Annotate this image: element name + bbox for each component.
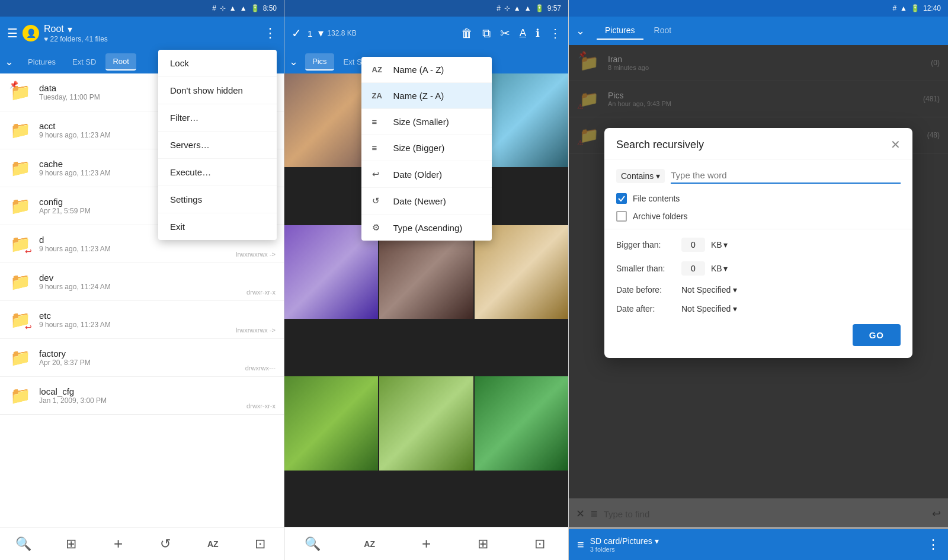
sort-label: Date (Newer) [393,196,446,206]
action-icons: 🗑 ⧉ ✂ A ℹ ⋮ [461,26,561,40]
add-button-1[interactable]: + [104,530,133,558]
grid-button-1[interactable]: ⊞ [57,530,85,558]
folder-icon: 📁 [8,119,32,142]
photo-cell[interactable] [284,376,378,470]
bigger-than-unit[interactable]: KB ▾ [711,240,728,249]
go-button[interactable]: GO [853,324,901,346]
rename-button[interactable]: A [520,27,526,39]
copy-button[interactable]: ⧉ [482,27,491,40]
tab-extsd[interactable]: Ext SD [65,54,103,70]
grid-button-2[interactable]: ⊞ [469,530,497,558]
list-item[interactable]: 📁 factory Apr 20, 8:37 PM drwxrwx--- [0,339,284,377]
wifi-icon: ▲ [229,4,236,12]
menu-settings[interactable]: Settings [158,186,277,213]
tab-root[interactable]: Root [105,53,136,71]
add-button-2[interactable]: + [412,530,440,558]
expand-tabs-button-2[interactable]: ⌄ [289,55,298,68]
more-button-2[interactable]: ⋮ [549,26,561,40]
sort-type-ascending[interactable]: ⚙ Type (Ascending) [361,215,492,241]
date-after-row: Date after: Not Specified ▾ [604,299,912,318]
search-button-2[interactable]: 🔍 [299,530,327,558]
bluetooth-icon-2: ⊹ [504,4,510,12]
menu-dont-show-hidden[interactable]: Don't show hidden [158,77,277,104]
contains-dropdown[interactable]: Contains ▾ [616,169,665,183]
menu-lock[interactable]: Lock [158,50,277,77]
dropdown-arrow-icon[interactable]: ▾ [68,24,72,35]
menu-servers[interactable]: Servers… [158,132,277,159]
date-before-label: Date before: [616,285,675,295]
expand-tabs-button-3[interactable]: ⌄ [576,24,585,37]
folder-icon: 📁↩ [8,308,32,332]
status-bar-2: # ⊹ ▲ ▲ 🔋 9:57 [284,0,568,17]
list-item[interactable]: 📁 local_cfg Jan 1, 2009, 3:00 PM drwxr-x… [0,377,284,415]
status-hash-2: # [497,4,501,12]
status-hash-3: # [892,4,896,12]
sort-name-za[interactable]: ZA Name (Z - A) [361,83,492,109]
search-word-input[interactable] [671,168,901,184]
date-before-row: Date before: Not Specified ▾ [604,280,912,299]
photo-cell[interactable] [475,376,568,470]
date-after-value[interactable]: Not Specified ▾ [681,304,737,313]
archive-folders-checkbox[interactable] [616,211,627,222]
file-info: dev 9 hours ago, 11:24 AM [39,273,276,291]
bigger-than-value[interactable]: 0 [681,238,705,252]
smaller-than-value[interactable]: 0 [681,261,705,276]
sort-size-bigger[interactable]: ≡ Size (Bigger) [361,135,492,161]
sort-button-2[interactable]: AZ [356,530,384,558]
file-name: factory [39,348,276,359]
sort-name-az[interactable]: AZ Name (A - Z) [361,57,492,83]
dialog-overlay: Search recursively ✕ Contains ▾ File con [569,45,948,527]
bigger-than-label: Bigger than: [616,240,675,249]
contains-chevron-icon: ▾ [656,171,660,181]
expand-selection-button[interactable]: ▾ [318,27,324,40]
contains-row: Contains ▾ [604,159,912,190]
smaller-than-unit[interactable]: KB ▾ [711,264,728,273]
tab-pictures[interactable]: Pictures [21,54,63,70]
hamburger-button[interactable]: ☰ [7,26,18,40]
status-bar-3: # ▲ 🔋 12:40 [569,0,948,17]
info-button[interactable]: ℹ [536,27,540,40]
status-hash-1: # [212,4,216,12]
sort-size-smaller[interactable]: ≡ Size (Smaller) [361,109,492,135]
tab-pics[interactable]: Pics [305,53,334,71]
more-button-1[interactable]: ⋮ [264,25,277,41]
nav-path-dropdown-icon[interactable]: ▾ [655,536,659,546]
menu-exit[interactable]: Exit [158,213,277,240]
sort-label: Size (Bigger) [393,143,445,153]
file-contents-checkbox[interactable] [616,193,627,204]
select-button-1[interactable]: ⊡ [246,530,274,558]
bottom-nav-3: ≡ SD card/Pictures ▾ 3 folders ⋮ [569,529,948,560]
panel3: # ▲ 🔋 12:40 ⌄ Pictures Root 📁📌 Iran 8 mi… [569,0,948,560]
list-item[interactable]: 📁↩ etc 9 hours ago, 11:23 AM lrwxrwxrwx … [0,301,284,339]
sort-date-older[interactable]: ↩ Date (Older) [361,161,492,188]
delete-button[interactable]: 🗑 [461,27,473,40]
list-item[interactable]: 📁 dev 9 hours ago, 11:24 AM drwxr-xr-x [0,263,284,301]
dialog-close-button[interactable]: ✕ [891,137,901,152]
menu-filter[interactable]: Filter… [158,104,277,132]
nav-more-button[interactable]: ⋮ [927,537,940,552]
sort-dropdown: AZ Name (A - Z) ZA Name (Z - A) ≡ Size (… [361,57,492,241]
search-button-1[interactable]: 🔍 [9,530,38,558]
tabs-3: ⌄ Pictures Root [569,17,948,45]
smaller-than-label: Smaller than: [616,264,675,273]
menu-execute[interactable]: Execute… [158,159,277,186]
expand-tabs-button[interactable]: ⌄ [5,55,14,68]
tab-pictures-3[interactable]: Pictures [597,22,643,40]
select-button-2[interactable]: ⊡ [526,530,554,558]
date-before-value[interactable]: Not Specified ▾ [681,285,737,295]
folder-icon: 📁 [8,346,32,370]
date-after-dropdown-icon: ▾ [733,304,737,313]
file-contents-row: File contents [604,190,912,207]
refresh-button-1[interactable]: ↺ [151,530,180,558]
tab-group-3: Pictures Root [597,22,941,40]
cut-button[interactable]: ✂ [500,26,510,40]
dropdown-menu: Lock Don't show hidden Filter… Servers… … [158,50,277,240]
sort-button-1[interactable]: AZ [198,530,227,558]
nav-menu-icon[interactable]: ≡ [577,538,584,552]
sort-type-icon: ⚙ [372,222,386,233]
tab-root-3[interactable]: Root [646,22,680,40]
photo-cell[interactable] [379,376,473,470]
sort-date-older-icon: ↩ [372,169,386,180]
time-display-1: 8:50 [263,4,277,12]
sort-date-newer[interactable]: ↺ Date (Newer) [361,188,492,215]
